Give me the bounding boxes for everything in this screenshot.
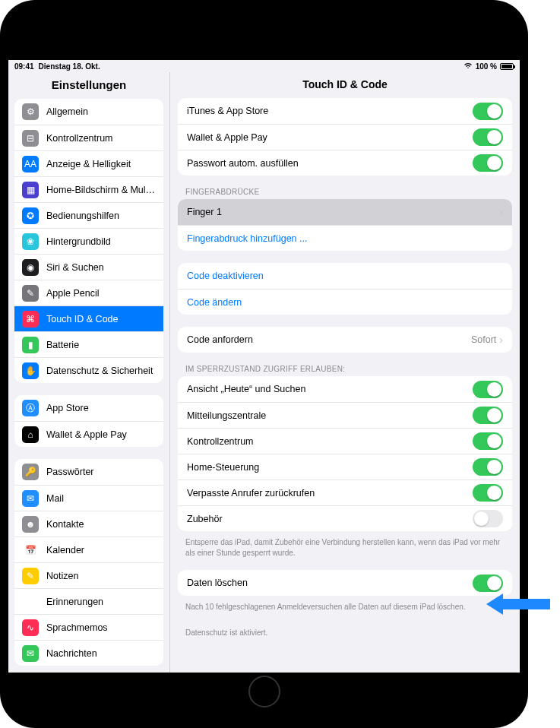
touchid-use-row[interactable]: iTunes & App Store (178, 98, 512, 124)
sidebar-item[interactable]: AAAnzeige & Helligkeit (14, 150, 163, 176)
sidebar-item[interactable]: ⊟Kontrollzentrum (14, 125, 163, 150)
lock-access-label: Ansicht „Heute“ und Suchen (187, 384, 305, 394)
sidebar-item-icon: ☻ (22, 516, 39, 533)
home-button[interactable] (248, 676, 280, 707)
code-action-label: Code deaktivieren (187, 271, 264, 281)
touchid-use-toggle[interactable] (473, 154, 503, 172)
lock-access-row[interactable]: Home-Steuerung (178, 454, 512, 480)
sidebar-item[interactable]: ▮Batterie (14, 331, 163, 357)
lock-access-row[interactable]: Kontrollzentrum (178, 428, 512, 454)
touchid-use-row[interactable]: Passwort autom. ausfüllen (178, 150, 512, 176)
sidebar-item[interactable]: ✎Notizen (14, 562, 163, 588)
fingerprint-row[interactable]: Finger 1› (178, 199, 512, 225)
group-touchid-uses: iTunes & App StoreWallet & Apple PayPass… (178, 98, 512, 176)
sidebar-item-icon: ⊟ (22, 130, 39, 147)
lock-access-row[interactable]: Zubehör (178, 505, 512, 531)
lock-access-label: Verpasste Anrufer zurückrufen (187, 488, 315, 499)
sidebar-item-label: Erinnerungen (46, 597, 103, 607)
sidebar-item-label: Hintergrundbild (46, 236, 111, 247)
sidebar-item[interactable]: ☻Kontakte (14, 511, 163, 537)
sidebar-item-label: Anzeige & Helligkeit (46, 159, 131, 169)
erase-data-label: Daten löschen (187, 578, 248, 588)
lock-access-row[interactable]: Mitteilungszentrale (178, 402, 512, 428)
touchid-use-row[interactable]: Wallet & Apple Pay (178, 124, 512, 150)
sidebar-item-label: Bedienungshilfen (46, 210, 119, 221)
sidebar-item[interactable]: ☑Erinnerungen (14, 588, 163, 614)
sidebar-item-icon: ❀ (22, 233, 39, 250)
sidebar-item-label: Sprachmemos (46, 622, 108, 633)
group-code-actions: Code deaktivierenCode ändern (178, 263, 512, 315)
sidebar-item[interactable]: 📅Kalender (14, 537, 163, 562)
lock-access-toggle[interactable] (473, 458, 503, 476)
lock-access-footer: Entsperre das iPad, damit Zubehör eine V… (178, 534, 512, 558)
sidebar-scroll[interactable]: ⚙Allgemein⊟KontrollzentrumAAAnzeige & He… (8, 99, 169, 673)
touchid-use-toggle[interactable] (473, 128, 503, 146)
sidebar-item-label: Passwörter (46, 467, 94, 477)
sidebar-item-label: Home-Bildschirm & Multi... (46, 185, 156, 195)
lock-access-toggle[interactable] (473, 381, 503, 398)
status-time: 09:41 (14, 62, 34, 71)
touchid-use-label: iTunes & App Store (187, 106, 268, 116)
sidebar-item-icon: ✪ (22, 207, 39, 224)
touchid-use-toggle[interactable] (473, 103, 503, 120)
lock-access-label: Kontrollzentrum (187, 436, 254, 447)
touchid-use-label: Wallet & Apple Pay (187, 132, 267, 143)
sidebar-item[interactable]: ✪Bedienungshilfen (14, 202, 163, 228)
sidebar-item-label: Mail (46, 493, 64, 504)
sidebar-item-label: Kontakte (46, 519, 84, 530)
sidebar-item-label: Allgemein (46, 106, 88, 117)
detail-scroll[interactable]: iTunes & App StoreWallet & Apple PayPass… (170, 98, 520, 673)
lock-access-row[interactable]: Verpasste Anrufer zurückrufen (178, 480, 512, 505)
sidebar-item[interactable]: ✉Mail (14, 485, 163, 511)
ipad-frame: 09:41 Dienstag 18. Okt. 100 % Einstellun… (0, 0, 528, 728)
require-code-row[interactable]: Code anfordern Sofort › (178, 327, 512, 353)
sidebar-item[interactable]: ⒶApp Store (14, 395, 163, 421)
lock-access-label: Zubehör (187, 514, 223, 524)
sidebar-item[interactable]: ❀Hintergrundbild (14, 228, 163, 254)
sidebar-item[interactable]: ✉Nachrichten (14, 640, 163, 666)
sidebar-item[interactable]: ✋Datenschutz & Sicherheit (14, 357, 163, 383)
sidebar-item-icon: ✉ (22, 645, 39, 662)
sidebar-item-icon: ✉ (22, 490, 39, 507)
sidebar-item-label: Notizen (46, 571, 78, 581)
sidebar-item-icon: ▮ (22, 337, 39, 353)
sidebar-item[interactable]: ✎Apple Pencil (14, 280, 163, 305)
lock-access-toggle[interactable] (473, 484, 503, 502)
erase-data-row[interactable]: Daten löschen (178, 570, 512, 596)
sidebar-item[interactable]: ⚙Allgemein (14, 99, 163, 125)
code-action-row[interactable]: Code deaktivieren (178, 263, 512, 289)
group-erase-data: Daten löschen (178, 570, 512, 596)
sidebar-item[interactable]: ◉Siri & Suchen (14, 254, 163, 280)
wifi-icon (464, 62, 473, 71)
sidebar-item-icon: ⌂ (22, 426, 39, 443)
sidebar-item-label: Nachrichten (46, 648, 97, 659)
lock-access-header: IM SPERRZUSTAND ZUGRIFF ERLAUBEN: (178, 365, 512, 376)
lock-access-toggle[interactable] (473, 407, 503, 424)
sidebar-item[interactable]: ▦Home-Bildschirm & Multi... (14, 176, 163, 202)
sidebar-item[interactable]: ∿Sprachmemos (14, 614, 163, 640)
touchid-use-label: Passwort autom. ausfüllen (187, 158, 299, 169)
sidebar-item[interactable]: ⌘Touch ID & Code (14, 305, 163, 331)
lock-access-toggle[interactable] (473, 510, 503, 527)
code-action-row[interactable]: Code ändern (178, 289, 512, 315)
sidebar-item-icon: ◉ (22, 259, 39, 276)
sidebar-item-label: Kalender (46, 545, 84, 555)
sidebar-item-icon: ∿ (22, 619, 39, 636)
settings-sidebar: Einstellungen ⚙Allgemein⊟Kontrollzentrum… (8, 72, 170, 673)
sidebar-item-icon: ▦ (22, 182, 39, 198)
annotation-arrow (483, 589, 552, 619)
sidebar-item[interactable]: ⌂Wallet & Apple Pay (14, 421, 163, 447)
erase-footer-1: Nach 10 fehlgeschlagenen Anmeldeversuche… (178, 599, 512, 612)
sidebar-item-icon: ✎ (22, 285, 39, 302)
sidebar-item-icon: Ⓐ (22, 400, 39, 416)
sidebar-item-icon: 📅 (22, 542, 39, 559)
add-fingerprint-row[interactable]: Fingerabdruck hinzufügen ... (178, 225, 512, 251)
require-code-label: Code anfordern (187, 334, 253, 345)
sidebar-group: ⒶApp Store⌂Wallet & Apple Pay (14, 395, 163, 447)
lock-access-label: Mitteilungszentrale (187, 410, 266, 421)
lock-access-row[interactable]: Ansicht „Heute“ und Suchen (178, 376, 512, 402)
lock-access-toggle[interactable] (473, 432, 503, 450)
sidebar-item[interactable]: 🔑Passwörter (14, 459, 163, 485)
sidebar-item-label: Apple Pencil (46, 288, 100, 299)
sidebar-item-label: Datenschutz & Sicherheit (46, 366, 153, 376)
